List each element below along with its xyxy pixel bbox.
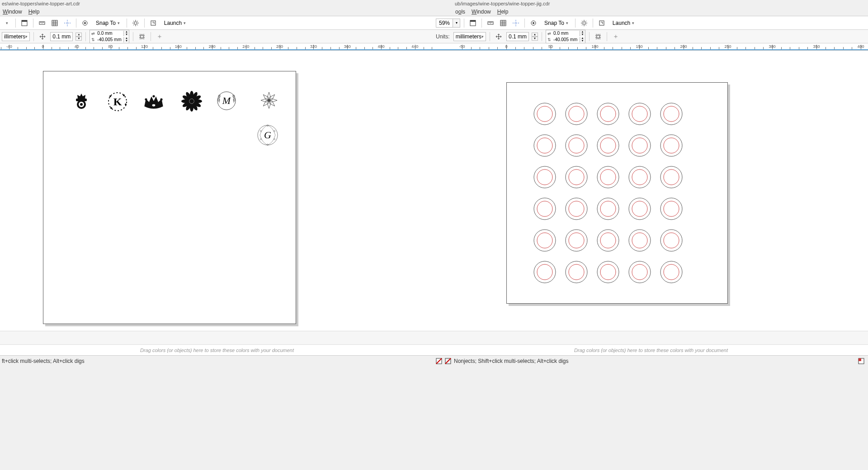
jig-inner-circle[interactable] (537, 264, 552, 280)
horizontal-ruler-right[interactable]: -50050100150200250300350400 (434, 43, 868, 50)
menu-tools-right[interactable]: ools (455, 9, 465, 15)
jig-inner-circle[interactable] (537, 138, 552, 153)
snap-options-icon[interactable] (80, 18, 90, 28)
monogram-g-wreath-icon[interactable]: G (255, 123, 280, 147)
options-gear-icon[interactable] (131, 18, 141, 28)
jig-inner-circle[interactable] (600, 264, 616, 280)
canvas-right[interactable] (434, 51, 868, 331)
fill-swatch-icon[interactable] (436, 358, 442, 364)
menu-help-right[interactable]: Help (497, 9, 509, 15)
grid-toggle-icon[interactable] (498, 18, 508, 28)
crown-wide-icon[interactable] (142, 93, 165, 111)
jig-inner-circle[interactable] (632, 264, 647, 280)
jig-inner-circle[interactable] (632, 138, 647, 153)
palette-hint-right[interactable]: Drag colors (or objects) here to store t… (434, 345, 868, 355)
nudge-distance-input-left[interactable]: 0.1 mm (50, 32, 73, 41)
jig-inner-circle[interactable] (569, 106, 584, 122)
units-select-right[interactable]: millimeters▾ (453, 32, 486, 41)
jig-inner-circle[interactable] (569, 233, 584, 248)
jig-inner-circle[interactable] (537, 201, 552, 216)
jig-inner-circle[interactable] (537, 233, 552, 248)
svg-line-48 (582, 24, 583, 25)
jig-inner-circle[interactable] (569, 201, 584, 216)
svg-point-61 (125, 103, 127, 105)
jig-inner-circle[interactable] (664, 106, 679, 122)
menu-help-left[interactable]: Help (28, 9, 40, 15)
ruler-label: 400 (857, 44, 864, 49)
separator (490, 32, 490, 41)
jig-inner-circle[interactable] (632, 201, 647, 216)
ruler-toggle-icon[interactable] (37, 18, 47, 28)
svg-point-62 (110, 107, 112, 109)
jig-inner-circle[interactable] (632, 233, 647, 248)
launch-dropdown-left[interactable]: Launch▾ (161, 19, 189, 28)
jig-inner-circle[interactable] (569, 169, 584, 185)
nudge-spinner-right[interactable]: ▲▼ (532, 33, 538, 41)
zoom-dropdown-btn[interactable]: ▾ (453, 19, 460, 27)
guides-toggle-icon[interactable] (62, 18, 72, 28)
guides-toggle-icon[interactable] (511, 18, 521, 28)
ruler-label: 400 (377, 44, 384, 49)
outline-swatch-icon[interactable] (445, 358, 451, 364)
crown-large-icon[interactable] (70, 90, 93, 113)
treat-as-filled-icon[interactable] (137, 32, 147, 42)
units-value: illimeters (4, 33, 25, 40)
jig-inner-circle[interactable] (600, 138, 616, 153)
canvas-left[interactable]: K M G (0, 51, 434, 331)
ruler-label: 200 (208, 44, 215, 49)
jig-inner-circle[interactable] (600, 233, 616, 248)
duplicate-distance-input-right[interactable]: ⇄0.0 mm▲▼ ⇅-40.005 mm▲▼ (546, 30, 585, 43)
jig-inner-circle[interactable] (537, 169, 552, 185)
svg-line-47 (585, 21, 586, 22)
units-select-left[interactable]: illimeters▾ (2, 32, 30, 41)
jig-inner-circle[interactable] (600, 106, 616, 122)
full-screen-icon[interactable] (468, 18, 478, 28)
monogram-k-label: K (113, 96, 122, 108)
jig-inner-circle[interactable] (664, 264, 679, 280)
snap-options-icon[interactable] (528, 18, 538, 28)
jig-inner-circle[interactable] (632, 169, 647, 185)
palette-hint-left[interactable]: Drag colors (or objects) here to store t… (0, 345, 434, 355)
options-gear-icon[interactable] (579, 18, 589, 28)
jig-inner-circle[interactable] (569, 138, 584, 153)
zoom-dropdown-small-left[interactable]: ▾ (2, 18, 12, 28)
jig-inner-circle[interactable] (600, 201, 616, 216)
add-item-button-right[interactable]: ＋ (611, 32, 621, 42)
ruler-label: 360 (344, 44, 351, 49)
jig-inner-circle[interactable] (664, 138, 679, 153)
treat-as-filled-icon[interactable] (593, 32, 603, 42)
full-screen-icon[interactable] (19, 18, 29, 28)
flower-daisy-icon[interactable] (181, 90, 203, 112)
poinsettia-flower-icon[interactable] (258, 89, 280, 112)
grid-toggle-icon[interactable] (50, 18, 60, 28)
snap-to-dropdown-right[interactable]: Snap To▾ (541, 19, 571, 28)
color-proof-icon[interactable] (858, 358, 864, 364)
units-label-right: Units: (436, 33, 450, 40)
horizontal-ruler-left[interactable]: -4004080120160200240280320360400440 (0, 43, 434, 50)
ruler-toggle-icon[interactable] (486, 18, 495, 28)
nudge-distance-input-right[interactable]: 0.1 mm (506, 32, 529, 41)
jig-inner-circle[interactable] (537, 106, 552, 122)
jig-inner-circle[interactable] (600, 169, 616, 185)
jig-inner-circle[interactable] (632, 106, 647, 122)
ruler-label: 160 (175, 44, 182, 49)
zoom-level-input[interactable]: 59% ▾ (436, 19, 460, 28)
monogram-m-wreath-icon[interactable]: M (215, 89, 238, 113)
ruler-label: 0 (505, 44, 507, 49)
monogram-k-icon[interactable]: K (106, 90, 129, 113)
jig-inner-circle[interactable] (664, 201, 679, 216)
launch-icon[interactable] (597, 18, 607, 28)
nudge-spinner-left[interactable]: ▲▼ (75, 33, 82, 41)
property-bar-right: Units: millimeters▾ 0.1 mm ▲▼ ⇄0.0 mm▲▼ … (434, 30, 868, 43)
menu-window-left[interactable]: Window (3, 9, 22, 15)
launch-icon[interactable] (148, 18, 158, 28)
launch-label: Launch (613, 20, 630, 26)
jig-inner-circle[interactable] (569, 264, 584, 280)
jig-inner-circle[interactable] (664, 169, 679, 185)
duplicate-distance-input-left[interactable]: ⇄0.0 mm▲▼ ⇅-40.005 mm▲▼ (90, 30, 129, 43)
snap-to-dropdown-left[interactable]: Snap To▾ (93, 19, 123, 28)
add-item-button-left[interactable]: ＋ (155, 32, 165, 42)
menu-window-right[interactable]: Window (472, 9, 491, 15)
jig-inner-circle[interactable] (664, 233, 679, 248)
launch-dropdown-right[interactable]: Launch▾ (609, 19, 637, 28)
